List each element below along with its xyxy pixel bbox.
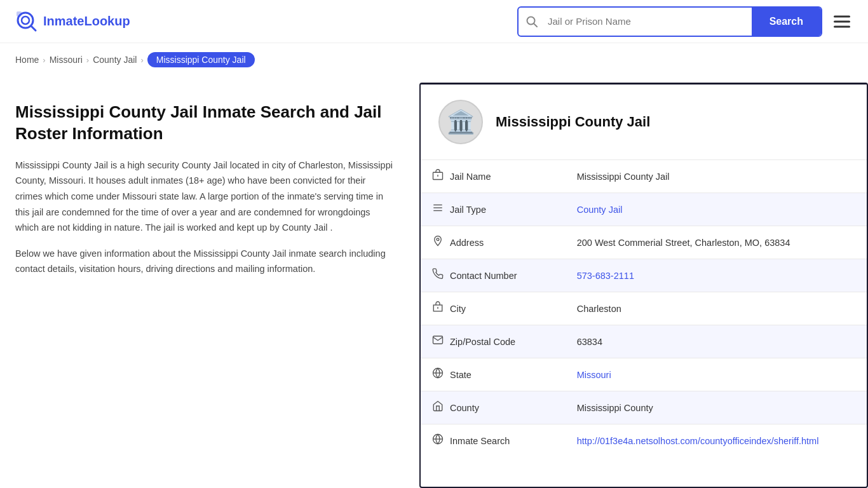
search-icon-wrap: [519, 16, 545, 27]
hamburger-line-1: [834, 15, 850, 17]
breadcrumb-home[interactable]: Home: [15, 55, 39, 65]
info-value-zip: 63834: [566, 325, 867, 358]
left-content: Mississippi County Jail Inmate Search an…: [0, 76, 419, 488]
info-value-jail-type[interactable]: County Jail: [566, 193, 867, 226]
label-text-address: Address: [450, 238, 484, 248]
search-box: Search: [517, 6, 822, 37]
info-row-county: County Mississippi County: [421, 391, 867, 424]
label-text-city: City: [450, 304, 466, 314]
breadcrumb-county-jail[interactable]: County Jail: [93, 55, 137, 65]
info-link-state[interactable]: Missouri: [577, 370, 611, 380]
description-2: Below we have given information about th…: [15, 246, 394, 277]
card-header: 🏛️ Mississippi County Jail: [421, 85, 867, 159]
city-icon: [432, 301, 444, 316]
info-row-city: City Charleston: [421, 292, 867, 325]
info-label-address: Address: [421, 226, 548, 259]
search-icon: [526, 16, 538, 27]
info-value-state[interactable]: Missouri: [566, 358, 867, 391]
building-icon: 🏛️: [447, 109, 475, 135]
address-icon: [432, 235, 444, 250]
label-text-inmate-search: Inmate Search: [450, 436, 510, 446]
svg-point-1: [22, 17, 29, 24]
breadcrumb-sep-3: ›: [140, 55, 143, 65]
label-text-state: State: [450, 370, 471, 380]
label-text-jail-type: Jail Type: [450, 205, 486, 215]
header-search-area: Search: [517, 6, 822, 37]
site-logo[interactable]: InmateLookup: [15, 10, 130, 33]
search-icon: [432, 433, 444, 448]
info-link-inmate-search[interactable]: http://01f3e4a.netsolhost.com/countyoffi…: [577, 436, 819, 446]
breadcrumb-current: Mississippi County Jail: [147, 52, 255, 67]
card-title: Mississippi County Jail: [496, 114, 650, 130]
info-row-inmate-search: Inmate Search http://01f3e4a.netsolhost.…: [421, 424, 867, 458]
page-heading: Mississippi County Jail Inmate Search an…: [15, 102, 394, 145]
breadcrumb-missouri[interactable]: Missouri: [50, 55, 83, 65]
hamburger-menu[interactable]: [831, 13, 853, 30]
info-row-jail-name: Jail Name Mississippi County Jail: [421, 160, 867, 193]
info-row-zip: Zip/Postal Code 63834: [421, 325, 867, 358]
logo-icon: [15, 10, 38, 33]
info-row-address: Address 200 West Commerial Street, Charl…: [421, 226, 867, 259]
svg-line-2: [31, 26, 36, 30]
svg-point-11: [437, 238, 439, 241]
info-label-inmate-search: Inmate Search: [421, 424, 548, 457]
info-row-contact-number: Contact Number 573-683-2111: [421, 259, 867, 292]
info-value-contact-number[interactable]: 573-683-2111: [566, 259, 867, 292]
breadcrumb-sep-2: ›: [86, 55, 89, 65]
info-label-city: City: [421, 292, 548, 325]
state-icon: [432, 367, 444, 382]
search-input[interactable]: [545, 10, 752, 33]
svg-line-5: [534, 24, 537, 27]
info-value-county: Mississippi County: [566, 391, 867, 424]
info-label-county: County: [421, 391, 548, 424]
info-label-jail-type: Jail Type: [421, 193, 548, 226]
jail-icon: [432, 169, 444, 184]
site-header: InmateLookup Search: [0, 0, 868, 43]
label-text-zip: Zip/Postal Code: [450, 337, 515, 347]
info-value-inmate-search[interactable]: http://01f3e4a.netsolhost.com/countyoffi…: [566, 424, 867, 458]
main-layout: Mississippi County Jail Inmate Search an…: [0, 76, 868, 488]
county-icon: [432, 400, 444, 415]
label-text-contact-number: Contact Number: [450, 271, 517, 281]
label-text-county: County: [450, 403, 479, 413]
info-label-zip: Zip/Postal Code: [421, 325, 548, 358]
info-label-state: State: [421, 358, 548, 391]
info-row-state: State Missouri: [421, 358, 867, 391]
info-value-jail-name: Mississippi County Jail: [566, 160, 867, 193]
info-label-jail-name: Jail Name: [421, 160, 548, 193]
info-card: 🏛️ Mississippi County Jail Jail Name Mis…: [419, 83, 868, 488]
info-table: Jail Name Mississippi County Jail Jail T…: [421, 159, 867, 457]
breadcrumb: Home › Missouri › County Jail › Mississi…: [0, 43, 868, 76]
description-1: Mississippi County Jail is a high securi…: [15, 158, 394, 236]
info-value-address: 200 West Commerial Street, Charleston, M…: [566, 226, 867, 259]
info-link-contact-number[interactable]: 573-683-2111: [577, 271, 634, 281]
svg-rect-3: [17, 11, 22, 17]
hamburger-line-2: [834, 20, 850, 22]
hamburger-line-3: [834, 25, 850, 27]
breadcrumb-sep-1: ›: [43, 55, 45, 65]
label-text-jail-name: Jail Name: [450, 172, 491, 182]
type-icon: [432, 202, 444, 217]
info-link-jail-type[interactable]: County Jail: [577, 205, 623, 215]
phone-icon: [432, 268, 444, 283]
info-value-city: Charleston: [566, 292, 867, 325]
jail-avatar: 🏛️: [438, 100, 483, 144]
search-button[interactable]: Search: [752, 8, 821, 36]
logo-text: InmateLookup: [43, 14, 130, 29]
info-label-contact-number: Contact Number: [421, 259, 548, 292]
info-row-jail-type: Jail Type County Jail: [421, 193, 867, 226]
zip-icon: [432, 334, 444, 349]
